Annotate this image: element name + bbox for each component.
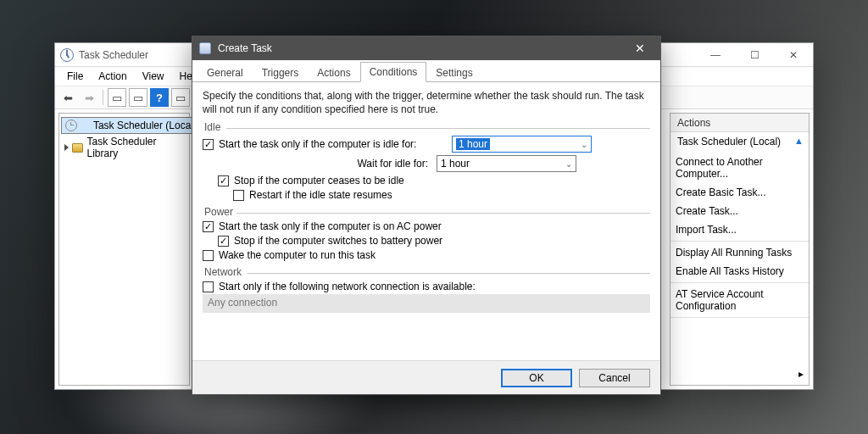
network-checkbox[interactable]	[203, 281, 214, 292]
ok-button[interactable]: OK	[501, 369, 572, 387]
idle-for-value: 1 hour	[456, 138, 490, 150]
menu-action[interactable]: Action	[92, 69, 133, 84]
dialog-icon	[199, 42, 211, 54]
restart-idle-label: Restart if the idle state resumes	[249, 189, 392, 201]
ac-power-label: Start the task only if the computer is o…	[219, 220, 442, 232]
menu-view[interactable]: View	[136, 69, 171, 84]
action-create-basic[interactable]: Create Basic Task...	[670, 183, 809, 202]
collapse-icon[interactable]: ▲	[794, 136, 804, 146]
toolbar-item-2[interactable]: ▭	[129, 88, 147, 107]
tab-settings[interactable]: Settings	[426, 63, 481, 82]
actions-subheader: Task Scheduler (Local)	[670, 132, 809, 153]
tree-root[interactable]: Task Scheduler (Local)	[61, 117, 201, 134]
wake-checkbox[interactable]	[203, 250, 214, 261]
action-running[interactable]: Display All Running Tasks	[670, 243, 809, 262]
wait-idle-select[interactable]: 1 hour ⌄	[437, 155, 576, 172]
forward-button[interactable]: ➡	[80, 88, 98, 107]
tree-pane[interactable]: Task Scheduler (Local) Task Scheduler Li…	[58, 113, 190, 386]
stop-cease-checkbox[interactable]	[218, 175, 229, 186]
more-arrow-icon[interactable]: ▸	[798, 368, 804, 380]
stop-battery-label: Stop if the computer switches to battery…	[234, 235, 442, 247]
actions-header: Actions	[670, 114, 809, 132]
create-task-dialog: Create Task ✕ General Triggers Actions C…	[192, 36, 661, 395]
restart-idle-checkbox[interactable]	[233, 190, 244, 201]
tab-conditions[interactable]: Conditions	[360, 62, 427, 82]
back-button[interactable]: ⬅	[58, 88, 77, 107]
chevron-down-icon: ⌄	[581, 140, 587, 149]
wait-idle-value: 1 hour	[441, 158, 470, 170]
idle-start-checkbox[interactable]	[203, 139, 214, 150]
idle-for-select[interactable]: 1 hour ⌄	[452, 136, 592, 153]
power-group-label: Power	[203, 206, 235, 218]
chevron-down-icon: ⌄	[565, 159, 572, 169]
expand-icon[interactable]	[64, 144, 69, 151]
help-toolbar-button[interactable]: ?	[150, 88, 169, 107]
clock-icon	[65, 120, 77, 131]
toolbar-item-3[interactable]: ▭	[171, 88, 190, 107]
dialog-titlebar[interactable]: Create Task ✕	[192, 36, 660, 60]
wait-idle-label: Wait for idle for:	[218, 158, 437, 170]
action-atconfig[interactable]: AT Service Account Configuration	[670, 285, 809, 315]
wake-label: Wake the computer to run this task	[219, 249, 376, 261]
minimize-button[interactable]: —	[696, 43, 735, 67]
action-connect[interactable]: Connect to Another Computer...	[670, 153, 809, 183]
conditions-description: Specify the conditions that, along with …	[203, 89, 650, 116]
dialog-title: Create Task	[218, 42, 272, 54]
window-title: Task Scheduler	[79, 49, 148, 61]
menu-file[interactable]: File	[60, 69, 90, 84]
tree-library-label: Task Scheduler Library	[86, 136, 186, 159]
stop-cease-label: Stop if the computer ceases to be idle	[234, 175, 404, 186]
tab-triggers[interactable]: Triggers	[253, 63, 309, 82]
toolbar-item-1[interactable]: ▭	[108, 88, 126, 107]
idle-group-label: Idle	[203, 121, 222, 133]
folder-icon	[72, 143, 83, 153]
tree-library[interactable]: Task Scheduler Library	[61, 134, 187, 161]
action-create-task[interactable]: Create Task...	[670, 202, 809, 220]
maximize-button[interactable]: ☐	[735, 43, 774, 67]
stop-battery-checkbox[interactable]	[218, 236, 229, 247]
cancel-button[interactable]: Cancel	[579, 369, 650, 387]
task-scheduler-icon	[60, 48, 74, 62]
tab-general[interactable]: General	[198, 63, 253, 82]
tree-root-label: Task Scheduler (Local)	[93, 120, 197, 131]
dialog-footer: OK Cancel	[192, 360, 660, 394]
ac-power-checkbox[interactable]	[203, 221, 214, 232]
network-connection-select: Any connection	[203, 294, 650, 313]
tab-actions[interactable]: Actions	[308, 63, 359, 82]
action-import[interactable]: Import Task...	[670, 220, 809, 239]
close-button[interactable]: ✕	[774, 43, 813, 67]
dialog-tabs: General Triggers Actions Conditions Sett…	[192, 60, 660, 82]
idle-start-label: Start the task only if the computer is i…	[219, 138, 452, 150]
network-group-label: Network	[203, 266, 243, 278]
actions-pane: Actions Task Scheduler (Local) ▲ Connect…	[670, 113, 810, 386]
network-label: Start only if the following network conn…	[219, 281, 476, 292]
dialog-close-button[interactable]: ✕	[623, 38, 657, 58]
action-history[interactable]: Enable All Tasks History	[670, 262, 809, 281]
